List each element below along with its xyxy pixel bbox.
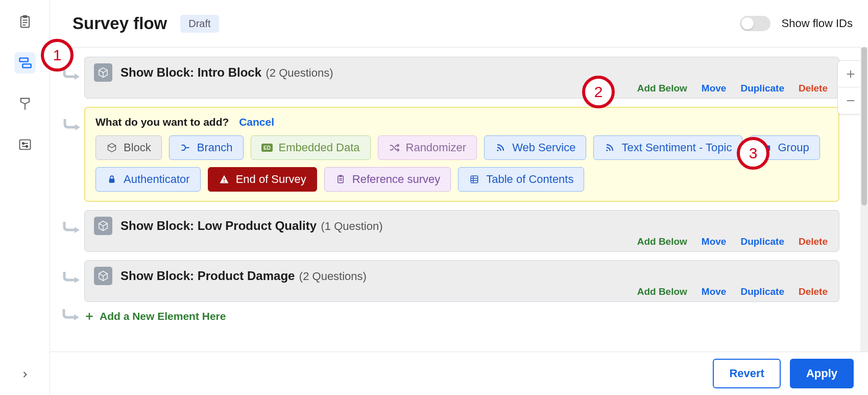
nav-options-icon[interactable] <box>14 134 36 155</box>
add-chip-randomizer[interactable]: Randomizer <box>378 135 477 160</box>
duplicate-button[interactable]: Duplicate <box>740 236 784 247</box>
block-icon <box>94 217 112 235</box>
move-button[interactable]: Move <box>702 236 727 247</box>
shuffle-icon <box>389 142 400 153</box>
chip-label: Authenticator <box>124 173 190 186</box>
svg-point-17 <box>607 150 608 151</box>
status-badge: Draft <box>180 15 219 33</box>
warning-icon <box>219 174 230 185</box>
block-icon <box>94 267 112 285</box>
flow-block-low-product-quality[interactable]: Show Block: Low Product Quality (1 Quest… <box>84 210 839 252</box>
block-subtitle: (2 Questions) <box>299 270 367 283</box>
svg-rect-19 <box>224 178 225 181</box>
lock-icon <box>106 174 117 185</box>
add-below-button[interactable]: Add Below <box>637 286 687 297</box>
rss-icon <box>604 142 615 153</box>
connector-arrow-icon <box>62 272 83 286</box>
add-chip-reference-survey[interactable]: Reference survey <box>324 167 451 192</box>
add-panel-prompt: What do you want to add? Cancel <box>95 116 828 128</box>
left-nav-rail <box>0 0 50 395</box>
flow-block-intro[interactable]: Show Block: Intro Block (2 Questions) Ad… <box>84 57 839 99</box>
embedded-data-icon: ED <box>261 142 273 153</box>
block-icon <box>94 63 112 82</box>
vertical-scrollbar[interactable] <box>860 47 868 352</box>
cube-icon <box>106 142 117 153</box>
add-chip-group[interactable]: Group <box>750 135 819 160</box>
add-chip-table-of-contents[interactable]: Table of Contents <box>458 167 584 192</box>
plus-icon <box>84 311 94 321</box>
apply-button[interactable]: Apply <box>790 359 854 388</box>
block-subtitle: (2 Questions) <box>266 66 333 79</box>
chip-label: Branch <box>197 141 233 154</box>
chip-label: Randomizer <box>406 141 467 154</box>
rss-icon <box>495 142 506 153</box>
block-title: Show Block: Low Product Quality <box>120 219 317 233</box>
add-chip-text-sentiment[interactable]: Text Sentiment - Topic <box>593 135 742 160</box>
svg-rect-22 <box>340 175 342 176</box>
show-ids-label: Show flow IDs <box>782 17 853 30</box>
show-ids-toggle[interactable] <box>740 16 770 31</box>
page-title: Survey flow <box>73 14 167 33</box>
nav-look-icon[interactable] <box>14 93 36 114</box>
chip-label: Group <box>778 141 809 154</box>
zoom-in-button[interactable] <box>838 61 863 87</box>
branch-icon <box>180 142 191 153</box>
chip-label: Text Sentiment - Topic <box>621 141 732 154</box>
chip-label: End of Survey <box>236 173 306 186</box>
connector-arrow-icon <box>62 222 83 236</box>
connector-arrow-icon <box>62 309 82 323</box>
move-button[interactable]: Move <box>702 83 727 94</box>
delete-button[interactable]: Delete <box>799 236 828 247</box>
move-button[interactable]: Move <box>702 286 727 297</box>
svg-rect-20 <box>224 181 225 182</box>
svg-rect-8 <box>19 140 30 150</box>
svg-rect-25 <box>471 176 478 183</box>
add-below-button[interactable]: Add Below <box>637 83 687 94</box>
block-title: Show Block: Product Damage <box>120 269 295 283</box>
duplicate-button[interactable]: Duplicate <box>740 286 784 297</box>
connector-arrow-icon <box>62 68 83 83</box>
chip-label: Web Service <box>512 141 575 154</box>
add-new-label: Add a New Element Here <box>100 310 226 322</box>
list-icon <box>469 174 480 185</box>
add-element-panel: What do you want to add? Cancel Block Br… <box>84 107 839 202</box>
add-below-button[interactable]: Add Below <box>637 236 687 247</box>
block-title: Show Block: Intro Block <box>120 65 261 79</box>
flow-block-product-damage[interactable]: Show Block: Product Damage (2 Questions)… <box>84 260 839 302</box>
duplicate-button[interactable]: Duplicate <box>740 83 784 94</box>
footer-actions: Revert Apply <box>50 352 868 395</box>
svg-rect-0 <box>20 17 29 28</box>
nav-collapse-icon[interactable] <box>20 369 30 380</box>
chip-label: Embedded Data <box>279 141 360 154</box>
svg-rect-6 <box>22 64 31 67</box>
nav-survey-icon[interactable] <box>14 11 36 33</box>
delete-button[interactable]: Delete <box>799 286 828 297</box>
chip-label: Reference survey <box>352 173 440 186</box>
add-chip-block[interactable]: Block <box>95 135 162 160</box>
revert-button[interactable]: Revert <box>713 359 780 388</box>
add-new-element-button[interactable]: Add a New Element Here <box>84 310 839 322</box>
cancel-link[interactable]: Cancel <box>239 116 274 128</box>
nav-flow-icon[interactable] <box>14 52 36 74</box>
flow-canvas: Show Block: Intro Block (2 Questions) Ad… <box>50 47 868 352</box>
add-chip-branch[interactable]: Branch <box>169 135 244 160</box>
delete-button[interactable]: Delete <box>799 83 828 94</box>
add-chip-web-service[interactable]: Web Service <box>484 135 586 160</box>
page-header: Survey flow Draft Show flow IDs <box>50 0 868 47</box>
block-subtitle: (1 Question) <box>321 220 382 233</box>
add-chip-end-of-survey[interactable]: End of Survey <box>208 167 317 192</box>
svg-point-16 <box>497 150 498 151</box>
chip-label: Table of Contents <box>486 173 573 186</box>
svg-rect-18 <box>109 179 115 183</box>
zoom-out-button[interactable] <box>838 87 863 114</box>
svg-text:ED: ED <box>263 145 271 151</box>
svg-rect-21 <box>338 176 344 183</box>
add-chip-authenticator[interactable]: Authenticator <box>95 167 201 192</box>
folder-icon <box>760 142 771 153</box>
chip-label: Block <box>124 141 151 154</box>
svg-rect-5 <box>19 58 28 62</box>
clipboard-icon <box>335 174 346 185</box>
add-chip-embedded-data[interactable]: ED Embedded Data <box>251 135 371 160</box>
connector-arrow-icon <box>63 119 83 133</box>
